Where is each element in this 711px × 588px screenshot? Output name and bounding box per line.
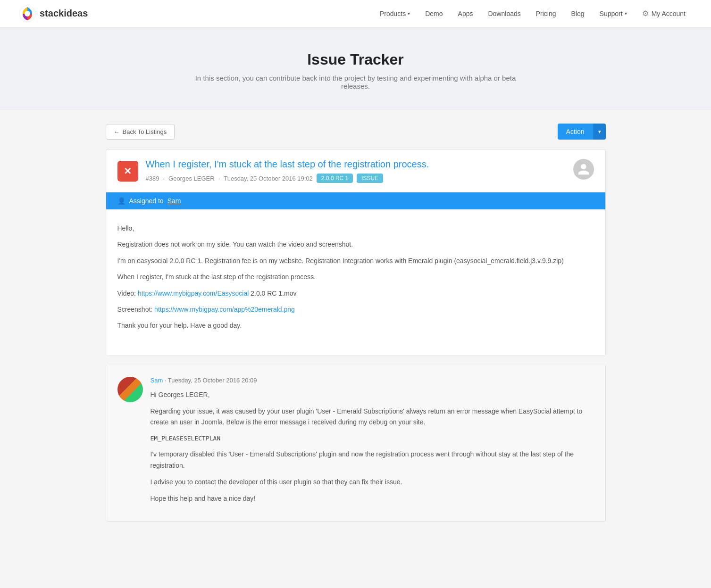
issue-body-thanks: Thank you for your help. Have a good day… [117,320,594,331]
svg-point-1 [25,11,30,17]
reply-line-5: Hope this help and have a nice day! [151,493,594,504]
reply-line-3: I'v temporary disabled this 'User - Emer… [151,449,594,471]
action-caret-icon: ▾ [598,129,601,134]
issue-body-screenshot: Screenshot: https://www.mybigpay.com/app… [117,304,594,315]
issue-body-line1: Registration does not work on my side. Y… [117,239,594,249]
main-container: ← Back To Listings Action ▾ ✕ When I reg… [96,109,615,536]
hero-section: Issue Tracker In this section, you can c… [0,27,711,109]
back-to-listings-button[interactable]: ← Back To Listings [106,124,175,140]
brand-name-text: stackideas [40,8,88,19]
nav-links: Products ▾ Demo Apps Downloads Pricing B… [373,5,692,22]
toolbar: ← Back To Listings Action ▾ [106,124,606,140]
badge-issue-type: ISSUE [357,174,383,183]
issue-separator-1: · [163,175,165,182]
reply-meta: Sam · Tuesday, 25 October 2016 20:09 [151,377,594,384]
issue-body: Hello, Registration does not work on my … [106,209,605,356]
video-prefix: Video: [117,290,138,297]
issue-meta: When I register, I'm stuck at the last s… [146,159,573,183]
nav-item-apps[interactable]: Apps [452,6,480,21]
issue-card: ✕ When I register, I'm stuck at the last… [106,149,606,356]
gear-icon: ⚙ [642,9,649,18]
reply-line-1: Regarding your issue, it was caused by y… [151,406,594,428]
issue-body-video: Video: https://www.mybigpay.com/Easysoci… [117,288,594,298]
arrow-left-icon: ← [114,128,120,135]
nav-item-support[interactable]: Support ▾ [593,6,634,21]
page-title: Issue Tracker [9,51,702,68]
reply-author-avatar [117,377,143,402]
reply-meta-separator: · [165,377,168,384]
reply-content: Sam · Tuesday, 25 October 2016 20:09 Hi … [151,377,594,510]
issue-status-icon: ✕ [117,161,138,182]
issue-header: ✕ When I register, I'm stuck at the last… [106,149,605,192]
issue-number: #389 [146,175,159,182]
issue-body-hello: Hello, [117,223,594,233]
issue-title: When I register, I'm stuck at the last s… [146,159,573,170]
nav-item-myaccount[interactable]: ⚙ My Account [636,5,692,22]
nav-item-demo[interactable]: Demo [418,6,449,21]
brand-logo-icon [19,5,36,22]
assigned-user-link[interactable]: Sam [167,197,181,205]
nav-item-blog[interactable]: Blog [565,6,591,21]
issue-separator-2: · [218,175,220,182]
action-button-group: Action ▾ [558,124,606,140]
action-dropdown-button[interactable]: ▾ [593,124,606,140]
screenshot-link[interactable]: https://www.mybigpay.com/app%20emerald.p… [154,306,295,313]
badge-rc: 2.0.0 RC 1 [317,174,353,183]
reply-section: Sam · Tuesday, 25 October 2016 20:09 Hi … [106,365,606,522]
person-icon: 👤 [117,197,125,205]
navbar: stackideas Products ▾ Demo Apps Download… [0,0,711,27]
reply-author-link[interactable]: Sam [151,377,163,384]
nav-item-products[interactable]: Products ▾ [373,6,417,21]
issue-author-avatar [573,159,594,180]
issue-body-line2: I'm on easysocial 2.0.0 RC 1. Registrati… [117,256,594,266]
products-caret-icon: ▾ [408,11,410,16]
issue-date: Tuesday, 25 October 2016 19:02 [224,175,313,182]
brand-logo-link[interactable]: stackideas [19,5,88,22]
nav-item-downloads[interactable]: Downloads [481,6,527,21]
hero-subtitle: In this section, you can contribute back… [191,74,521,90]
video-link[interactable]: https://www.mybigpay.com/Easysocial [138,290,249,297]
reply-date: Tuesday, 25 October 2016 20:09 [168,377,257,384]
action-button[interactable]: Action [558,124,593,140]
assigned-bar: 👤 Assigned to Sam [106,192,605,209]
issue-info: #389 · Georges LEGER · Tuesday, 25 Octob… [146,174,573,183]
screenshot-prefix: Screenshot: [117,306,155,313]
issue-author: Georges LEGER [168,175,215,182]
nav-item-pricing[interactable]: Pricing [529,6,563,21]
video-suffix: 2.0.0 RC 1.mov [249,290,296,297]
reply-body: Hi Georges LEGER, Regarding your issue, … [151,389,594,504]
issue-body-line3: When I register, I'm stuck at the last s… [117,272,594,282]
support-caret-icon: ▾ [625,11,627,16]
reply-line-4: I advise you to contact the developer of… [151,477,594,488]
reply-line-2: EM_PLEASESELECTPLAN [151,433,594,443]
reply-line-0: Hi Georges LEGER, [151,389,594,400]
user-icon [577,163,590,176]
